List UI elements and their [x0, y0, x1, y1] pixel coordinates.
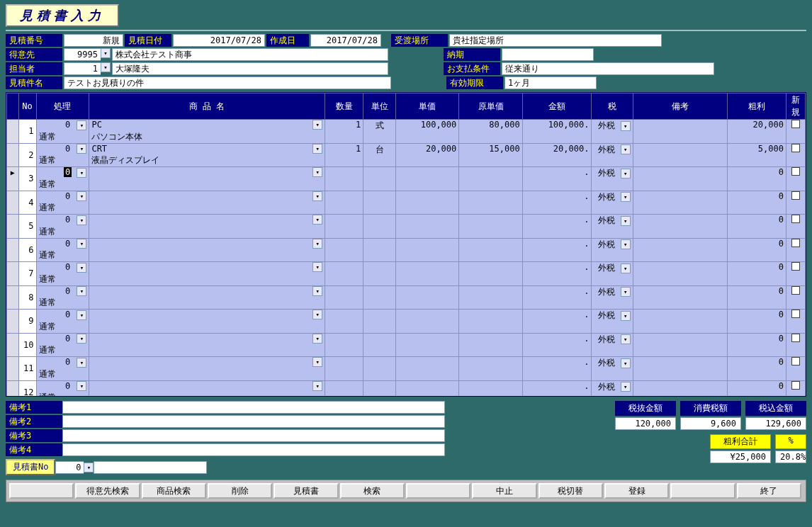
amount-cell[interactable]: 20,000. — [522, 143, 592, 167]
tax-cell[interactable]: 外税 ▾ — [592, 262, 633, 286]
item-name-bottom[interactable]: パソコン本体 — [89, 131, 325, 144]
note-cell[interactable] — [633, 215, 727, 239]
amount-cell[interactable]: . — [522, 191, 592, 215]
price-cell[interactable] — [395, 167, 458, 191]
qty-cell[interactable] — [325, 380, 363, 397]
item-name-top[interactable]: ▾ — [89, 357, 325, 368]
item-name-bottom[interactable] — [89, 297, 325, 310]
tax-cell[interactable]: 外税 ▾ — [592, 167, 633, 191]
dropdown-icon[interactable]: ▾ — [621, 382, 631, 392]
exit-button[interactable]: 終了 — [737, 483, 801, 499]
dropdown-icon[interactable]: ▾ — [621, 121, 631, 131]
qty-cell[interactable] — [325, 285, 363, 310]
price-cell[interactable] — [395, 262, 458, 286]
cost-cell[interactable]: 15,000 — [459, 143, 522, 167]
unit-cell[interactable] — [363, 333, 396, 357]
item-code-cell[interactable]: 0 ▾ — [36, 238, 89, 249]
person-dropdown-icon[interactable]: ▾ — [101, 62, 111, 72]
amount-cell[interactable]: . — [522, 215, 592, 239]
price-cell[interactable] — [395, 285, 458, 310]
register-button[interactable]: 登録 — [604, 483, 669, 499]
qty-cell[interactable]: 1 — [325, 143, 363, 167]
dropdown-icon[interactable]: ▾ — [312, 167, 322, 177]
customer-search-button[interactable]: 得意先検索 — [75, 483, 140, 499]
dropdown-icon[interactable]: ▾ — [312, 191, 322, 201]
proc-cell[interactable]: 通常 — [36, 202, 89, 215]
dropdown-icon[interactable]: ▾ — [312, 239, 322, 249]
quote-date-value[interactable]: 2017/07/28 — [173, 34, 265, 47]
cost-cell[interactable] — [459, 262, 522, 286]
tax-cell[interactable]: 外税 ▾ — [592, 143, 633, 167]
item-name-bottom[interactable] — [89, 226, 325, 239]
qty-cell[interactable] — [325, 357, 363, 381]
note-cell[interactable] — [633, 120, 727, 144]
cost-cell[interactable]: 80,000 — [459, 120, 522, 144]
cost-cell[interactable] — [459, 310, 522, 334]
item-name-top[interactable]: ▾ — [89, 285, 325, 297]
tax-cell[interactable]: 外税 ▾ — [592, 215, 633, 239]
customer-code[interactable]: 9995 — [64, 48, 101, 61]
amount-cell[interactable]: . — [522, 380, 592, 397]
create-date-value[interactable]: 2017/07/28 — [310, 34, 381, 47]
qty-cell[interactable] — [325, 310, 363, 334]
item-name-bottom[interactable] — [89, 202, 325, 215]
item-name-bottom[interactable] — [89, 368, 325, 381]
item-name-bottom[interactable] — [89, 178, 325, 191]
row-selector[interactable] — [7, 310, 19, 334]
note-cell[interactable] — [633, 262, 727, 286]
proc-cell[interactable]: 通常 — [36, 131, 89, 144]
dropdown-icon[interactable]: ▾ — [621, 311, 631, 321]
item-name-top[interactable]: ▾ — [89, 215, 325, 226]
tax-cell[interactable]: 外税 ▾ — [592, 333, 633, 357]
proc-cell[interactable]: 通常 — [36, 154, 89, 167]
note-cell[interactable] — [633, 238, 727, 262]
amount-cell[interactable]: . — [522, 167, 592, 191]
item-code-cell[interactable]: 0 ▾ — [36, 120, 89, 131]
delivery-place-value[interactable]: 貴社指定場所 — [449, 34, 662, 47]
valid-value[interactable]: 1ヶ月 — [504, 76, 597, 89]
item-code-cell[interactable]: 0 ▾ — [36, 215, 89, 226]
item-code-cell[interactable]: 0 ▾ — [36, 357, 89, 368]
new-checkbox[interactable] — [786, 357, 805, 381]
proc-cell[interactable]: 通常 — [36, 249, 89, 262]
dropdown-icon[interactable]: ▾ — [77, 215, 86, 225]
item-name-top[interactable]: ▾ — [89, 310, 325, 321]
dropdown-icon[interactable]: ▾ — [312, 120, 322, 130]
remark4-input[interactable] — [62, 443, 445, 456]
qty-cell[interactable] — [325, 333, 363, 357]
price-cell[interactable] — [395, 310, 458, 334]
amount-cell[interactable]: . — [522, 238, 592, 262]
amount-cell[interactable]: . — [522, 333, 592, 357]
footer-btn-1[interactable] — [9, 483, 74, 499]
new-checkbox[interactable] — [786, 333, 805, 357]
remark2-input[interactable] — [62, 415, 445, 428]
note-cell[interactable] — [633, 310, 727, 334]
dropdown-icon[interactable]: ▾ — [312, 334, 322, 344]
delete-button[interactable]: 削除 — [208, 483, 272, 499]
unit-cell[interactable] — [363, 191, 396, 215]
qty-cell[interactable] — [325, 238, 363, 262]
row-selector[interactable] — [7, 262, 19, 286]
note-cell[interactable] — [633, 143, 727, 167]
amount-cell[interactable]: . — [522, 285, 592, 310]
item-name-top[interactable]: ▾ — [89, 167, 325, 178]
dropdown-icon[interactable]: ▾ — [621, 192, 631, 202]
footer-btn-11[interactable] — [670, 483, 735, 499]
dropdown-icon[interactable]: ▾ — [77, 239, 86, 249]
price-cell[interactable] — [395, 380, 458, 397]
cost-cell[interactable] — [459, 333, 522, 357]
item-code-cell[interactable]: 0 ▾ — [36, 262, 89, 273]
tax-cell[interactable]: 外税 ▾ — [592, 238, 633, 262]
customer-name[interactable]: 株式会社テスト商事 — [112, 48, 388, 61]
item-code-cell[interactable]: 0 ▾ — [36, 310, 89, 321]
unit-cell[interactable] — [363, 167, 396, 191]
item-code-cell[interactable]: 0 ▾ — [36, 285, 89, 297]
dropdown-icon[interactable]: ▾ — [621, 264, 631, 273]
note-cell[interactable] — [633, 191, 727, 215]
note-cell[interactable] — [633, 380, 727, 397]
price-cell[interactable] — [395, 238, 458, 262]
cost-cell[interactable] — [459, 167, 522, 191]
row-selector[interactable] — [7, 380, 19, 397]
proc-cell[interactable]: 通常 — [36, 297, 89, 310]
qty-cell[interactable] — [325, 215, 363, 239]
